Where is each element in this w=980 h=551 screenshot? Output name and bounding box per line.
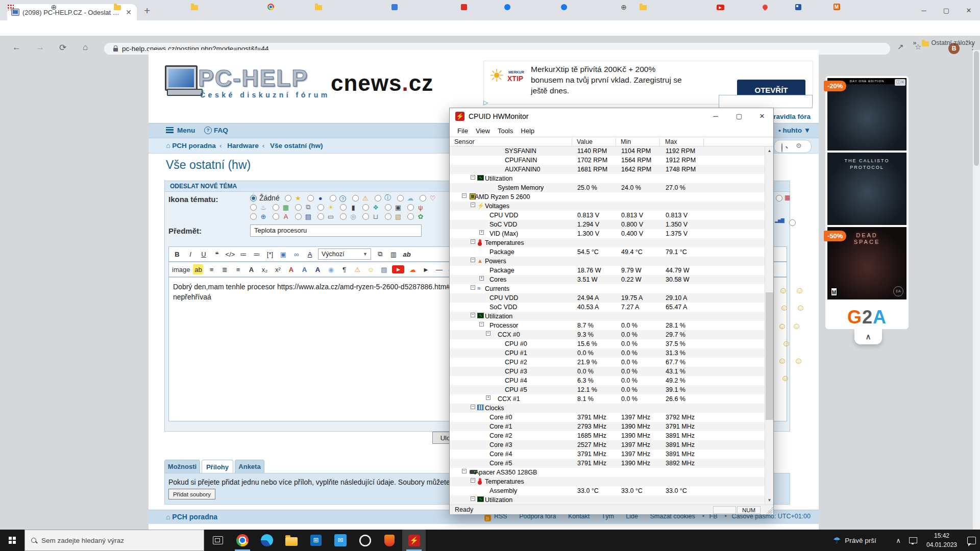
collapse-icon[interactable]: − [471, 175, 475, 180]
sensor-row[interactable]: CPU VDD24.94 A19.75 A29.10 A [450, 293, 765, 303]
start-button[interactable] [0, 530, 24, 551]
warning-bb-button[interactable]: ⚠ [352, 264, 362, 274]
topic-icon-radio[interactable] [273, 213, 279, 220]
sensor-row[interactable]: CPU VDD0.813 V0.813 V0.813 V [450, 211, 765, 220]
image-text-button[interactable]: image [172, 264, 190, 274]
topic-icon-radio[interactable] [273, 204, 279, 211]
sensor-row[interactable]: −CCX #09.3 %0.0 %29.7 % [450, 330, 765, 339]
sensor-row[interactable]: −⚡Voltages [450, 202, 765, 211]
topic-icon-radio[interactable] [397, 195, 404, 202]
tab-moznosti[interactable]: Možnosti [164, 460, 200, 473]
sensor-row[interactable]: Core #03791 MHz1397 MHz3792 MHz [450, 413, 765, 422]
topic-icon-radio[interactable] [295, 213, 302, 220]
sensor-row[interactable]: Core #32527 MHz1397 MHz3891 MHz [450, 440, 765, 449]
collapse-icon[interactable]: − [471, 313, 475, 317]
sensor-row[interactable]: AUXFANIN01681 RPM1642 RPM1748 RPM [450, 165, 765, 174]
collapse-icon[interactable]: − [486, 331, 491, 336]
topic-icon-radio[interactable] [407, 204, 414, 211]
align-right-button[interactable]: ≡ [233, 264, 243, 274]
collapse-icon[interactable]: − [462, 193, 467, 198]
ordered-list-button[interactable]: ≕ [252, 249, 262, 259]
topic-icon-radio[interactable] [285, 195, 291, 202]
window-minimize-button[interactable]: ─ [913, 0, 935, 20]
copy-button[interactable]: ⧉ [375, 249, 385, 259]
ad-cover-2[interactable]: THE CALLISTO PROTOCOL [827, 153, 906, 225]
topic-icon-radio[interactable] [295, 204, 302, 211]
topic-icon-radio[interactable] [307, 195, 314, 202]
topic-icon-radio[interactable] [407, 213, 414, 220]
sensor-row[interactable]: −▲Powers [450, 257, 765, 266]
soundcloud-button[interactable]: ☁ [407, 264, 418, 274]
sensor-row[interactable]: −≈Currents [450, 284, 765, 293]
radio-sliver-2[interactable] [789, 219, 796, 226]
smiley-icon[interactable]: ☺ [780, 303, 789, 313]
collapse-icon[interactable]: − [471, 258, 475, 262]
collapse-icon[interactable]: − [479, 322, 484, 327]
topic-icon-radio[interactable] [352, 195, 359, 202]
italic-button[interactable]: I [185, 249, 195, 259]
breadcrumb-hardware[interactable]: Hardware [227, 142, 259, 149]
sensor-row[interactable]: CPU #512.1 %0.0 %39.1 % [450, 385, 765, 394]
topic-icon-radio[interactable] [420, 195, 426, 202]
sensor-row[interactable]: +VID (Max)1.300 V0.400 V1.375 V [450, 229, 765, 238]
sensor-row[interactable]: −Processor8.7 %0.0 %28.1 % [450, 321, 765, 330]
sensor-row[interactable]: CPUFANIN1702 RPM1564 RPM1912 RPM [450, 156, 765, 165]
align-center-button[interactable]: ≣ [219, 264, 230, 274]
search-icon[interactable] [781, 143, 782, 153]
smiley-button[interactable]: ☺ [365, 264, 376, 274]
tab-anketa[interactable]: Anketa [235, 460, 264, 473]
topic-icon-radio[interactable] [375, 195, 381, 202]
edge-icon[interactable] [255, 530, 279, 551]
tab-prilohy[interactable]: Přílohy [202, 460, 233, 473]
shield-app-icon[interactable] [378, 530, 401, 551]
expand-icon[interactable]: + [479, 276, 484, 281]
faq-link[interactable]: FAQ [214, 127, 228, 134]
sensor-row[interactable]: SYSFANIN1140 RPM1104 RPM1192 RPM [450, 146, 765, 156]
hr-button[interactable]: — [434, 264, 444, 274]
paragraph-button[interactable]: ¶ [339, 264, 349, 274]
bold-button[interactable]: B [172, 249, 182, 259]
bookmarks-overflow-icon[interactable]: » [913, 39, 917, 46]
smiley-icon[interactable]: ☺ [796, 303, 805, 313]
breadcrumb-section[interactable]: Vše ostatní (hw) [270, 142, 323, 149]
sensor-row[interactable]: Package54.5 °C49.4 °C79.1 °C [450, 247, 765, 257]
reload-icon[interactable]: ⟳ [59, 42, 66, 53]
smiley-icon[interactable]: ☺ [779, 286, 788, 296]
page-scroll-thumb[interactable] [974, 51, 979, 166]
topic-icon-radio-none[interactable] [250, 195, 257, 202]
topic-icon-radio[interactable] [250, 213, 257, 220]
hwmonitor-taskbar-icon[interactable]: ⚡ [402, 530, 426, 551]
smiley-icon[interactable]: ☺ [782, 339, 791, 349]
underline-button[interactable]: U [199, 249, 209, 259]
collapse-icon[interactable]: − [471, 203, 475, 207]
topic-icon-radio[interactable] [340, 204, 347, 211]
forward-icon[interactable]: → [36, 42, 44, 53]
sensor-row[interactable]: SoC VDD1.294 V0.800 V1.350 V [450, 220, 765, 229]
action-center-icon[interactable] [964, 530, 979, 551]
sensor-row[interactable]: −∿Utilization [450, 312, 765, 321]
ad-collapse-chevron[interactable]: ∧ [854, 329, 882, 344]
taskbar-search[interactable]: Sem zadejte hledaný výraz [24, 530, 204, 551]
menu-link[interactable]: Menu [177, 127, 195, 134]
tab-close-icon[interactable]: ✕ [125, 8, 133, 16]
color-a-blue-button[interactable]: A [299, 264, 309, 274]
smiley-icon[interactable]: ☺ [781, 373, 790, 384]
sensor-row[interactable]: +Cores3.51 W0.22 W30.58 W [450, 275, 765, 284]
menu-file[interactable]: File [457, 127, 468, 135]
sensor-row[interactable]: Assembly33.0 °C33.0 °C33.0 °C [450, 486, 765, 495]
ad-column[interactable]: DAY ONE EDITION ⓘ✕ THE CALLISTO PROTOCOL… [825, 76, 909, 329]
store-icon[interactable]: ⊞ [304, 530, 328, 551]
hwmonitor-scrollbar[interactable]: ▲ ▼ [765, 146, 773, 505]
ab-button[interactable]: ab [402, 249, 412, 259]
collapse-icon[interactable]: − [471, 405, 475, 409]
smiley-icon[interactable]: ☺ [778, 356, 787, 366]
sensor-row[interactable]: +CCX #18.1 %0.0 %26.6 % [450, 394, 765, 404]
code-button[interactable]: </> [225, 249, 235, 259]
new-tab-button[interactable]: + [144, 5, 150, 17]
hwmonitor-minimize-button[interactable]: ─ [704, 108, 727, 124]
g2a-logo[interactable]: G2A [827, 307, 906, 328]
font-color-button[interactable]: A [305, 249, 315, 259]
scroll-up-icon[interactable]: ▲ [765, 146, 774, 155]
other-bookmarks-button[interactable]: Ostatní záložky [922, 39, 975, 46]
radio-sliver[interactable] [776, 194, 782, 202]
